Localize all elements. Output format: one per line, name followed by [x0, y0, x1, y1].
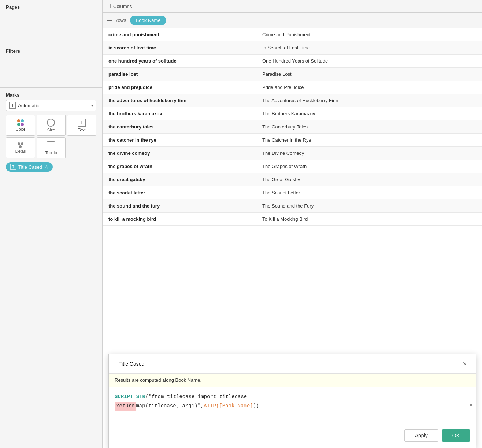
marks-type-dropdown[interactable]: T Automatic ▾ [6, 100, 96, 111]
warning-icon: △ [44, 164, 48, 170]
cell-original: the brothers karamazov [103, 107, 256, 120]
tooltip-label: Tooltip [45, 150, 57, 155]
cell-original: the scarlet letter [103, 186, 256, 199]
columns-tab[interactable]: ⫴ Columns [103, 0, 138, 12]
columns-icon: ⫴ [108, 3, 111, 10]
dialog-code[interactable]: SCRIPT_STR ("from titlecase import title… [109, 387, 476, 423]
cell-title-cased: The Brothers Karamazov [256, 107, 482, 120]
color-label: Color [16, 127, 25, 131]
pill-t-icon: T [10, 164, 16, 170]
cell-title-cased: The Great Gatsby [256, 173, 482, 186]
marks-type-label: Automatic [18, 103, 91, 108]
marks-title: Marks [6, 92, 96, 98]
code-line-1: SCRIPT_STR ("from titlecase import title… [115, 393, 470, 402]
marks-buttons-grid: Color Size T Text Detail [6, 115, 96, 158]
table-row: crime and punishmentCrime and Punishment [103, 28, 482, 41]
color-button[interactable]: Color [6, 115, 35, 136]
cell-title-cased: Crime and Punishment [256, 28, 482, 41]
rows-bar: Rows Book Name [103, 13, 482, 28]
cell-original: crime and punishment [103, 28, 256, 41]
table-row: to kill a mocking birdTo Kill a Mocking … [103, 213, 482, 226]
book-name-ref: ([Book Name] [216, 402, 253, 411]
cell-title-cased: The Catcher in the Rye [256, 134, 482, 146]
code-line-2: return map(titlecase,_arg1)", ATTR ([Boo… [115, 402, 470, 411]
apply-button[interactable]: Apply [404, 429, 438, 442]
cell-original: the great gatsby [103, 173, 256, 186]
filters-title: Filters [6, 48, 96, 54]
pages-title: Pages [6, 4, 96, 10]
table-row: the adventures of huckleberry finnThe Ad… [103, 94, 482, 107]
rows-icon [107, 19, 112, 22]
table-row: in search of lost timeIn Search of Lost … [103, 41, 482, 55]
text-button[interactable]: T Text [67, 115, 96, 136]
title-cased-label: Title Cased [18, 164, 42, 170]
table-row: one hundred years of solitudeOne Hundred… [103, 55, 482, 68]
cell-original: in search of lost time [103, 41, 256, 54]
text-label: Text [78, 128, 85, 132]
size-button[interactable]: Size [37, 115, 66, 136]
ok-button[interactable]: OK [442, 429, 470, 442]
table-row: the divine comedyThe Divine Comedy [103, 147, 482, 160]
color-icon [17, 119, 24, 126]
detail-icon [18, 142, 23, 148]
cell-original: pride and prejudice [103, 81, 256, 94]
script-str-keyword: SCRIPT_STR [115, 393, 145, 402]
dialog-container: × Results are computed along Book Name. … [103, 354, 482, 448]
right-panel: ⫴ Columns Rows Book Name crime and punis… [103, 0, 482, 448]
table-row: pride and prejudicePride and Prejudice [103, 81, 482, 94]
top-bar: ⫴ Columns [103, 0, 482, 13]
cell-title-cased: One Hundred Years of Solitude [256, 55, 482, 67]
dropdown-arrow-icon: ▾ [91, 104, 93, 108]
dialog-info: Results are computed along Book Name. [109, 374, 476, 387]
marks-section: Marks T Automatic ▾ Color Size [0, 88, 102, 448]
cell-title-cased: The Scarlet Letter [256, 186, 482, 199]
book-name-label: Book Name [136, 18, 161, 23]
data-table: crime and punishmentCrime and Punishment… [103, 28, 482, 354]
cell-title-cased: The Adventures of Huckleberry Finn [256, 94, 482, 107]
cell-title-cased: The Divine Comedy [256, 147, 482, 160]
scroll-arrow-icon: ▶ [470, 401, 473, 410]
cell-original: to kill a mocking bird [103, 213, 256, 225]
title-cased-pill[interactable]: T Title Cased △ [6, 162, 53, 172]
dialog-header: × [109, 354, 476, 374]
cell-original: the canterbury tales [103, 120, 256, 133]
book-name-pill[interactable]: Book Name [130, 16, 167, 25]
cell-title-cased: Paradise Lost [256, 68, 482, 81]
cell-title-cased: In Search of Lost Time [256, 41, 482, 54]
cell-title-cased: The Canterbury Tales [256, 120, 482, 133]
tooltip-icon: ☰ [47, 141, 55, 149]
table-row: the scarlet letterThe Scarlet Letter [103, 186, 482, 199]
detail-button[interactable]: Detail [6, 137, 35, 158]
cell-original: the catcher in the rye [103, 134, 256, 146]
attr-keyword: ATTR [204, 402, 216, 411]
formula-dialog: × Results are computed along Book Name. … [108, 354, 476, 448]
cell-original: the adventures of huckleberry finn [103, 94, 256, 107]
size-label: Size [47, 128, 55, 132]
dialog-close-button[interactable]: × [460, 359, 470, 369]
table-row: the canterbury talesThe Canterbury Tales [103, 120, 482, 134]
columns-label: Columns [113, 4, 132, 9]
cell-original: paradise lost [103, 68, 256, 81]
tooltip-button[interactable]: ☰ Tooltip [37, 137, 66, 158]
cell-title-cased: To Kill a Mocking Bird [256, 213, 482, 225]
table-row: the sound and the furyThe Sound and the … [103, 199, 482, 213]
code-text-1: ("from titlecase import titlecase [145, 393, 247, 402]
left-panel: Pages Filters Marks T Automatic ▾ Color [0, 0, 103, 448]
rows-label-container: Rows [107, 18, 126, 23]
text-icon: T [78, 119, 86, 127]
cell-title-cased: Pride and Prejudice [256, 81, 482, 94]
t-icon: T [9, 102, 16, 109]
rows-text: Rows [114, 18, 126, 23]
cell-original: the divine comedy [103, 147, 256, 160]
table-row: the brothers karamazovThe Brothers Karam… [103, 107, 482, 120]
code-text-3: )) [253, 402, 259, 411]
cell-title-cased: The Sound and the Fury [256, 199, 482, 212]
cell-title-cased: The Grapes of Wrath [256, 160, 482, 173]
cell-original: the grapes of wrath [103, 160, 256, 173]
pages-section: Pages [0, 0, 102, 44]
cell-original: one hundred years of solitude [103, 55, 256, 67]
table-row: paradise lostParadise Lost [103, 68, 482, 81]
dialog-title-input[interactable] [115, 359, 188, 369]
size-icon [47, 119, 55, 127]
dialog-info-text: Results are computed along Book Name. [115, 377, 201, 383]
